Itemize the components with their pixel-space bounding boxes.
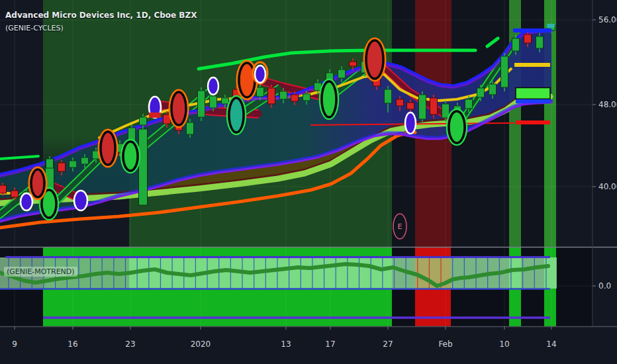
candle-body[interactable] bbox=[407, 103, 414, 109]
pivot-signal-oval[interactable] bbox=[405, 113, 416, 134]
pivot-signal-oval[interactable] bbox=[208, 77, 218, 95]
candle-body[interactable] bbox=[81, 158, 89, 164]
candle-body[interactable] bbox=[268, 88, 275, 104]
last-value-marker bbox=[516, 88, 550, 99]
candle-body[interactable] bbox=[140, 117, 147, 125]
pivot-red-bar bbox=[149, 113, 161, 118]
chart-canvas[interactable]: E56.0048.0040.000.0916232020131727Feb101… bbox=[0, 0, 617, 364]
candle-body[interactable] bbox=[419, 95, 426, 119]
candle-body[interactable] bbox=[465, 99, 473, 109]
last-value-marker bbox=[516, 120, 550, 124]
lower-indicator-title[interactable]: (GENIE-MOTREND) bbox=[4, 267, 77, 277]
trading-chart-app: E56.0048.0040.000.0916232020131727Feb101… bbox=[0, 0, 617, 364]
sell-signal-oval[interactable] bbox=[31, 169, 44, 197]
last-value-marker bbox=[513, 28, 551, 32]
sell-signal-oval[interactable] bbox=[171, 92, 186, 125]
candle-body[interactable] bbox=[222, 98, 229, 104]
candle-body[interactable] bbox=[70, 161, 77, 167]
candle-body[interactable] bbox=[11, 191, 19, 197]
panel-background-band bbox=[556, 248, 593, 326]
buy-signal-oval[interactable] bbox=[229, 98, 244, 132]
sell-signal-oval[interactable] bbox=[366, 40, 383, 79]
pivot-signal-oval[interactable] bbox=[74, 191, 87, 210]
candle-body[interactable] bbox=[350, 62, 357, 66]
candle-body[interactable] bbox=[397, 99, 404, 106]
candle-body[interactable] bbox=[338, 69, 346, 78]
green-column-marker bbox=[139, 129, 148, 205]
sell-signal-oval[interactable] bbox=[101, 132, 115, 165]
candle-body[interactable] bbox=[303, 94, 310, 101]
buy-signal-oval[interactable] bbox=[449, 111, 465, 143]
buy-signal-oval[interactable] bbox=[123, 142, 138, 171]
candle-body[interactable] bbox=[501, 56, 508, 87]
buy-signal-oval[interactable] bbox=[322, 81, 336, 117]
candle-body[interactable] bbox=[430, 98, 438, 114]
candle-body[interactable] bbox=[442, 104, 450, 118]
candle-body[interactable] bbox=[385, 89, 392, 103]
last-value-marker bbox=[547, 24, 555, 28]
candle-body[interactable] bbox=[512, 38, 520, 51]
candle-body[interactable] bbox=[536, 36, 544, 48]
last-value-marker bbox=[514, 63, 550, 67]
candle-body[interactable] bbox=[58, 163, 66, 171]
candle-body[interactable] bbox=[187, 122, 194, 134]
pivot-signal-oval[interactable] bbox=[255, 66, 265, 83]
candle-body[interactable] bbox=[210, 96, 217, 108]
candle-body[interactable] bbox=[291, 95, 299, 101]
candle-body[interactable] bbox=[46, 159, 54, 168]
candle-body[interactable] bbox=[280, 91, 287, 99]
background-band bbox=[556, 0, 593, 247]
top-signal-oval[interactable] bbox=[239, 63, 255, 97]
pivot-signal-oval[interactable] bbox=[21, 193, 32, 210]
candle-body[interactable] bbox=[489, 84, 497, 95]
candle-body[interactable] bbox=[257, 87, 264, 97]
last-value-marker bbox=[516, 99, 550, 103]
candle-body[interactable] bbox=[477, 88, 485, 97]
price-axis[interactable] bbox=[593, 0, 617, 327]
time-axis[interactable] bbox=[0, 327, 617, 364]
candle-body[interactable] bbox=[0, 185, 7, 193]
candle-body[interactable] bbox=[198, 91, 205, 117]
candle-body[interactable] bbox=[524, 34, 532, 43]
event-label: E bbox=[398, 222, 403, 231]
